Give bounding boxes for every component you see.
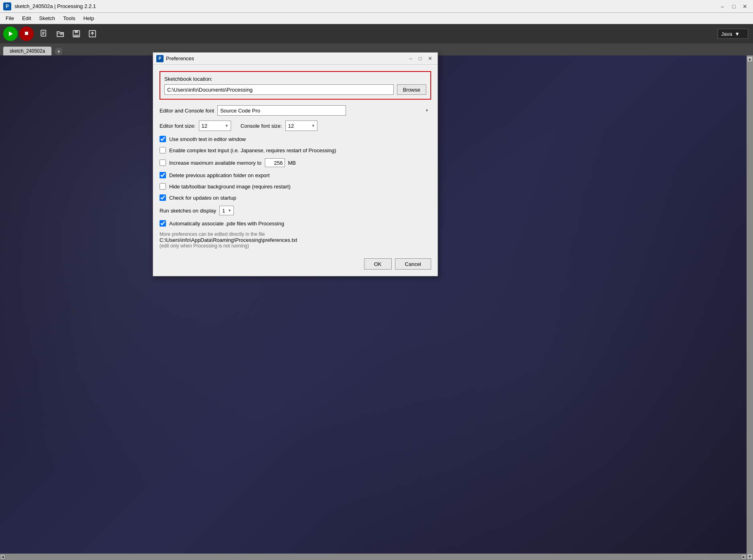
info-text-line: More preferences can be edited directly …: [160, 231, 431, 237]
associate-pde-label: Automatically associate .pde files with …: [169, 221, 284, 227]
run-display-label: Run sketches on display: [160, 208, 216, 214]
delete-folder-row: Delete previous application folder on ex…: [160, 172, 431, 178]
browse-button[interactable]: Browse: [397, 84, 426, 95]
editor-font-size-label: Editor font size:: [160, 123, 196, 129]
check-updates-checkbox[interactable]: [160, 194, 166, 201]
app-window: P sketch_240502a | Processing 2.2.1 – □ …: [0, 0, 753, 560]
dialog-close-button[interactable]: ✕: [426, 54, 434, 63]
dialog-maximize-button[interactable]: □: [416, 54, 425, 63]
smooth-text-row: Use smooth text in editor window: [160, 136, 431, 142]
dialog-content: Sketchbook location: Browse Editor and C…: [153, 65, 438, 276]
increase-memory-checkbox[interactable]: [160, 159, 166, 166]
dialog-footer: OK Cancel: [160, 255, 431, 270]
smooth-text-checkbox[interactable]: [160, 136, 166, 142]
hide-toolbar-row: Hide tab/toolbar background image (requi…: [160, 183, 431, 190]
dialog-overlay: P Preferences – □ ✕ Sketchbook location:…: [0, 0, 753, 560]
delete-folder-checkbox[interactable]: [160, 172, 166, 178]
run-display-row: Run sketches on display 1 2: [160, 206, 431, 215]
preferences-dialog: P Preferences – □ ✕ Sketchbook location:…: [153, 52, 438, 276]
delete-folder-label: Delete previous application folder on ex…: [169, 172, 270, 178]
complex-text-checkbox[interactable]: [160, 147, 166, 153]
font-sizes-row: Editor font size: 12 14 16 Console font …: [160, 121, 431, 131]
editor-font-size-wrapper: 12 14 16: [199, 121, 231, 131]
smooth-text-label: Use smooth text in editor window: [169, 136, 246, 142]
sketchbook-path-input[interactable]: [164, 84, 394, 95]
display-select-wrapper: 1 2: [219, 206, 234, 215]
info-note: (edit only when Processing is not runnin…: [160, 243, 431, 249]
info-section: More preferences can be edited directly …: [160, 231, 431, 249]
dialog-title-bar: P Preferences – □ ✕: [153, 53, 438, 65]
font-select[interactable]: Source Code Pro: [217, 105, 346, 116]
sketchbook-label: Sketchbook location:: [164, 76, 426, 82]
font-label: Editor and Console font: [160, 108, 214, 114]
complex-text-label: Enable complex text input (i.e. Japanese…: [169, 147, 336, 153]
console-font-size-wrapper: 12 14 16: [285, 121, 317, 131]
console-font-size-label: Console font size:: [241, 123, 282, 129]
hide-toolbar-label: Hide tab/toolbar background image (requi…: [169, 184, 291, 190]
font-select-wrapper: Source Code Pro: [217, 105, 431, 116]
font-row: Editor and Console font Source Code Pro: [160, 105, 431, 116]
info-path: C:\Users\info\AppData\Roaming\Processing…: [160, 237, 431, 243]
dialog-minimize-button[interactable]: –: [406, 54, 415, 63]
display-select[interactable]: 1 2: [219, 206, 234, 215]
associate-pde-checkbox[interactable]: [160, 220, 166, 227]
check-updates-row: Check for updates on startup: [160, 194, 431, 201]
hide-toolbar-checkbox[interactable]: [160, 183, 166, 190]
check-updates-label: Check for updates on startup: [169, 195, 236, 201]
memory-unit-label: MB: [288, 160, 296, 166]
console-font-size-select[interactable]: 12 14 16: [285, 121, 317, 131]
memory-row: Increase maximum available memory to MB: [160, 158, 431, 167]
ok-button[interactable]: OK: [364, 258, 392, 270]
complex-text-row: Enable complex text input (i.e. Japanese…: [160, 147, 431, 153]
dialog-controls: – □ ✕: [406, 54, 434, 63]
associate-pde-row: Automatically associate .pde files with …: [160, 220, 431, 227]
editor-font-size-select[interactable]: 12 14 16: [199, 121, 231, 131]
cancel-button[interactable]: Cancel: [395, 258, 431, 270]
dialog-icon: P: [156, 55, 164, 62]
sketchbook-row: Browse: [164, 84, 426, 95]
memory-value-input[interactable]: [265, 158, 285, 167]
sketchbook-section: Sketchbook location: Browse: [160, 71, 431, 100]
increase-memory-label: Increase maximum available memory to: [169, 160, 262, 166]
dialog-title: Preferences: [166, 55, 406, 61]
